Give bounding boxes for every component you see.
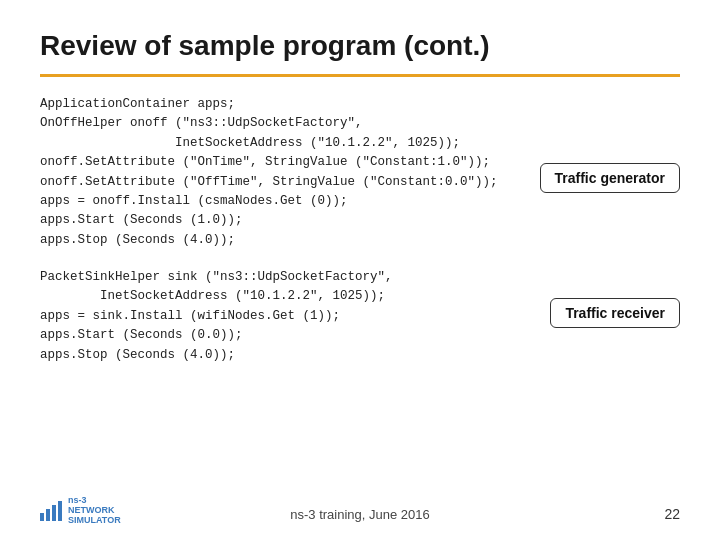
slide-number: 22 [664,506,680,522]
logo-bar-2 [46,509,50,521]
logo-bars [40,501,62,521]
slide: Review of sample program (cont.) Applica… [0,0,720,540]
logo: ns-3 NETWORK SIMULATOR [40,496,121,526]
logo-bar-1 [40,513,44,521]
divider [40,74,680,77]
slide-title: Review of sample program (cont.) [40,30,680,62]
logo-bar-3 [52,505,56,521]
traffic-receiver-label: Traffic receiver [550,298,680,328]
code-section-1: ApplicationContainer apps; OnOffHelper o… [40,95,680,250]
logo-bar-4 [58,501,62,521]
code-section-2: PacketSinkHelper sink ("ns3::UdpSocketFa… [40,268,680,365]
logo-text-line3: SIMULATOR [68,516,121,526]
logo-text: ns-3 NETWORK SIMULATOR [68,496,121,526]
footer-text: ns-3 training, June 2016 [290,507,429,522]
traffic-generator-label: Traffic generator [540,163,680,193]
